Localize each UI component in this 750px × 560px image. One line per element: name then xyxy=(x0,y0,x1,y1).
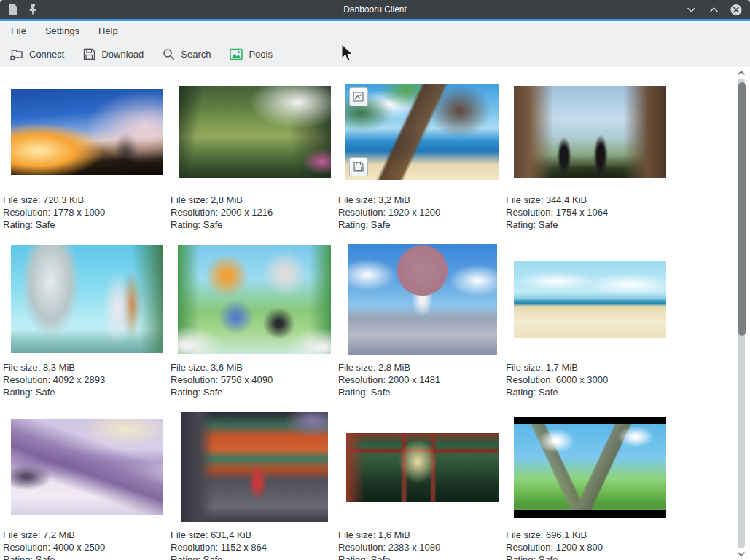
post-card[interactable]: File size: 720,3 KiB Resolution: 1778 x … xyxy=(3,76,171,244)
thumb-box xyxy=(171,76,338,187)
thumb-box xyxy=(171,411,338,522)
rating-text: Rating: Safe xyxy=(3,553,171,560)
thumb-box xyxy=(506,411,673,522)
file-size-text: File size: 1,6 MiB xyxy=(338,529,506,541)
scrollbar-thumb[interactable] xyxy=(738,82,746,336)
rating-text: Rating: Safe xyxy=(171,386,338,398)
pools-button[interactable]: Pools xyxy=(230,48,273,60)
post-thumbnail[interactable] xyxy=(514,417,666,518)
post-thumbnail[interactable] xyxy=(11,89,163,175)
post-thumbnail[interactable] xyxy=(514,261,666,338)
search-icon xyxy=(163,48,175,60)
minimize-button[interactable] xyxy=(685,4,697,15)
post-thumbnail[interactable] xyxy=(181,412,328,522)
connect-label: Connect xyxy=(29,49,64,60)
rating-text: Rating: Safe xyxy=(171,218,338,231)
scrollbar-track[interactable] xyxy=(738,79,745,548)
thumb-box xyxy=(171,244,338,355)
post-card[interactable]: File size: 2,8 MiB Resolution: 2000 x 14… xyxy=(338,244,506,411)
file-size-text: File size: 720,3 KiB xyxy=(3,194,171,206)
file-size-text: File size: 696,1 KiB xyxy=(506,529,673,541)
file-size-text: File size: 7,2 MiB xyxy=(3,529,171,541)
thumb-box xyxy=(3,76,171,187)
rating-text: Rating: Safe xyxy=(338,386,506,398)
post-card[interactable]: File size: 7,2 MiB Resolution: 4000 x 25… xyxy=(3,411,171,560)
post-thumbnail[interactable] xyxy=(11,419,163,515)
post-card[interactable]: File size: 3,6 MiB Resolution: 5756 x 40… xyxy=(171,244,338,411)
thumb-box xyxy=(338,244,506,355)
menu-file[interactable]: File xyxy=(1,21,36,41)
window-title: Danbooru Client xyxy=(0,4,750,15)
view-image-button[interactable] xyxy=(349,87,368,106)
thumb-box xyxy=(338,76,506,187)
file-size-text: File size: 3,2 MiB xyxy=(338,194,506,206)
pools-label: Pools xyxy=(249,49,273,60)
post-thumbnail[interactable] xyxy=(345,84,499,180)
resolution-text: Resolution: 6000 x 3000 xyxy=(506,374,673,386)
search-label: Search xyxy=(181,49,211,60)
post-card[interactable]: File size: 1,6 MiB Resolution: 2383 x 10… xyxy=(338,411,506,560)
save-post-button[interactable] xyxy=(349,157,368,176)
file-size-text: File size: 8,3 MiB xyxy=(3,361,171,374)
menu-help[interactable]: Help xyxy=(89,21,128,41)
file-size-text: File size: 631,4 KiB xyxy=(171,529,338,541)
post-card[interactable]: File size: 1,7 MiB Resolution: 6000 x 30… xyxy=(506,244,673,411)
file-size-text: File size: 2,8 MiB xyxy=(338,361,506,374)
connect-button[interactable]: Connect xyxy=(10,48,64,60)
post-card[interactable]: File size: 8,3 MiB Resolution: 4092 x 28… xyxy=(3,244,171,411)
rating-text: Rating: Safe xyxy=(3,386,171,398)
post-card[interactable]: File size: 3,2 MiB Resolution: 1920 x 12… xyxy=(338,76,506,244)
app-window: Danbooru Client File Settings Help xyxy=(0,0,750,560)
maximize-button[interactable] xyxy=(708,4,719,15)
resolution-text: Resolution: 5756 x 4090 xyxy=(171,374,338,386)
menubar: File Settings Help xyxy=(0,21,750,41)
pin-icon[interactable] xyxy=(27,4,39,15)
post-thumbnail[interactable] xyxy=(514,86,666,178)
post-thumbnail[interactable] xyxy=(178,245,331,354)
scroll-up-icon[interactable] xyxy=(737,68,746,77)
thumb-box xyxy=(338,411,506,522)
file-size-text: File size: 3,6 MiB xyxy=(171,361,338,374)
resolution-text: Resolution: 1152 x 864 xyxy=(171,541,338,553)
thumb-box xyxy=(506,244,673,355)
pools-image-icon xyxy=(230,48,243,60)
window-menu-icon[interactable] xyxy=(7,4,18,15)
post-thumbnail[interactable] xyxy=(179,86,331,178)
thumb-box xyxy=(3,411,171,522)
toolbar: Connect Download Search xyxy=(0,41,750,67)
resolution-text: Resolution: 1754 x 1064 xyxy=(506,206,673,218)
post-card[interactable]: File size: 696,1 KiB Resolution: 1200 x … xyxy=(506,411,673,560)
picture-icon xyxy=(353,92,364,102)
network-connect-icon xyxy=(10,48,23,60)
close-button[interactable] xyxy=(730,4,742,15)
post-card[interactable]: File size: 2,8 MiB Resolution: 2000 x 12… xyxy=(171,76,338,244)
rating-text: Rating: Safe xyxy=(506,386,673,398)
post-card[interactable]: File size: 344,4 KiB Resolution: 1754 x … xyxy=(506,76,673,244)
file-size-text: File size: 1,7 MiB xyxy=(506,361,673,374)
resolution-text: Resolution: 2000 x 1216 xyxy=(171,206,338,218)
rating-text: Rating: Safe xyxy=(506,218,673,231)
resolution-text: Resolution: 1920 x 1200 xyxy=(338,206,506,218)
post-thumbnail[interactable] xyxy=(348,244,497,355)
rating-text: Rating: Safe xyxy=(338,218,506,231)
post-thumbnail[interactable] xyxy=(11,245,163,353)
thumb-box xyxy=(3,244,171,355)
titlebar[interactable]: Danbooru Client xyxy=(0,0,750,19)
rating-text: Rating: Safe xyxy=(3,218,171,231)
post-gallery: File size: 720,3 KiB Resolution: 1778 x … xyxy=(0,67,750,560)
rating-text: Rating: Safe xyxy=(338,553,506,560)
save-icon xyxy=(83,48,95,60)
file-size-text: File size: 2,8 MiB xyxy=(171,194,338,206)
post-thumbnail[interactable] xyxy=(346,433,499,502)
rating-text: Rating: Safe xyxy=(506,553,673,560)
search-button[interactable]: Search xyxy=(163,48,211,60)
thumbnail-grid: File size: 720,3 KiB Resolution: 1778 x … xyxy=(0,67,750,560)
resolution-text: Resolution: 1200 x 800 xyxy=(506,541,673,553)
vertical-scrollbar[interactable] xyxy=(737,67,746,560)
scroll-down-icon[interactable] xyxy=(737,550,746,559)
download-button[interactable]: Download xyxy=(83,48,144,60)
post-card[interactable]: File size: 631,4 KiB Resolution: 1152 x … xyxy=(171,411,338,560)
menu-settings[interactable]: Settings xyxy=(36,21,89,41)
file-size-text: File size: 344,4 KiB xyxy=(506,194,673,206)
resolution-text: Resolution: 2383 x 1080 xyxy=(338,541,506,553)
